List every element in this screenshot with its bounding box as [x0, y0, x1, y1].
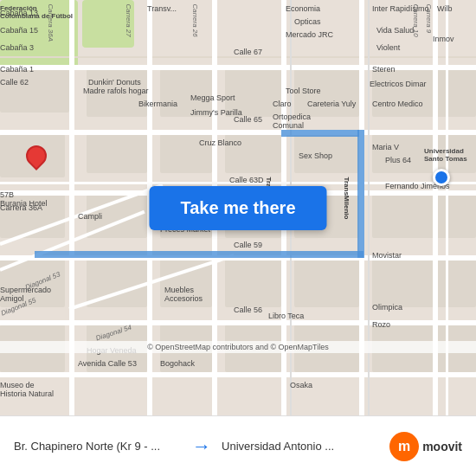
- block-23: [294, 260, 359, 307]
- label-cabana13: Cabaña 13: [0, 9, 38, 17]
- moovit-icon: m: [389, 432, 419, 461]
- label-calle67: Calle 67: [234, 48, 262, 56]
- label-movistar: Movistar: [372, 251, 402, 260]
- label-opticas: Opticas: [294, 17, 321, 26]
- label-tool-store: Tool Store: [286, 87, 321, 95]
- label-economia: Economia: [286, 4, 320, 13]
- moovit-letter: m: [398, 439, 410, 454]
- label-megga: Megga Sport: [190, 93, 235, 102]
- label-cabana3: Cabaña 3: [0, 43, 34, 52]
- map-container: Calle 67 Calle 65 Calle 63D Calle 63C Ca…: [0, 0, 476, 415]
- label-dunkin: Dunkin' Donuts: [88, 78, 141, 87]
- block-6: [372, 69, 476, 117]
- label-carrera27: Carrera 27: [125, 4, 132, 37]
- label-ortopedica: OrtopedicaComunal: [273, 113, 311, 130]
- route-segment-3: [35, 251, 363, 258]
- label-inter-rap: Inter Rapidísimo: [372, 4, 429, 13]
- label-bogohack: Bogohack: [160, 359, 195, 368]
- label-olimpica: Olimpica: [372, 303, 402, 312]
- block-1: [0, 69, 69, 113]
- label-campli: Campli: [78, 212, 102, 221]
- label-inmov: Inmov: [433, 35, 454, 43]
- label-centro-medico: Centro Medico: [372, 100, 423, 108]
- label-calle62: Calle 62: [0, 78, 29, 87]
- road-v-carrera28: [69, 0, 74, 415]
- label-vida-salud: Vida Salud: [376, 26, 414, 35]
- road-v-carrera9: [446, 0, 448, 415]
- label-violent: Violent: [376, 43, 400, 52]
- destination-location: Universidad Antonio ...: [222, 440, 389, 453]
- label-jimmys: Jimmy's Parilla: [190, 108, 242, 117]
- label-steren: Steren: [372, 65, 396, 74]
- origin-location: Br. Chapinero Norte (Kr 9 - ...: [14, 440, 182, 453]
- label-claro: Claro: [273, 100, 292, 108]
- label-bikermania: Bikermania: [138, 100, 177, 108]
- label-carrera36a: Carrera 36A: [47, 4, 55, 42]
- label-libro-teca: Libro Teca: [268, 312, 304, 320]
- label-cabana1: Cabaña 1: [0, 65, 34, 74]
- moovit-logo: m moovit: [389, 432, 462, 461]
- destination-text: Universidad Antonio ...: [222, 440, 389, 453]
- origin-text: Br. Chapinero Norte (Kr 9 - ...: [14, 440, 182, 453]
- label-maria-v: Maria V: [372, 143, 399, 151]
- label-osaka: Osaka: [290, 381, 312, 389]
- label-calle63d: Calle 63D: [229, 176, 264, 184]
- road-v-carrera10: [433, 0, 438, 415]
- take-me-there-button[interactable]: Take me there: [149, 186, 326, 230]
- label-wilb: Wilb: [437, 4, 453, 13]
- label-carrera36a-side: Carrera 36A: [0, 203, 42, 212]
- label-mercado: Mercado JRC: [286, 30, 333, 39]
- map-attribution: © OpenStreetMap contributors and © OpenM…: [0, 341, 476, 353]
- label-transv27: Transv...: [147, 4, 177, 13]
- route-segment-1: [281, 130, 359, 137]
- block-24: [372, 260, 476, 307]
- moovit-brand-name: moovit: [422, 440, 462, 453]
- label-sex-shop: Sex Shop: [299, 151, 332, 160]
- label-carreteria: Careteria Yuly: [307, 100, 356, 108]
- label-electricos: Electricos Dimar: [370, 80, 427, 88]
- label-museo: Museo deHistoria Natural: [0, 381, 54, 398]
- bottom-bar: Br. Chapinero Norte (Kr 9 - ... → Univer…: [0, 415, 476, 476]
- label-calle56: Calle 56: [234, 306, 262, 314]
- road-v-tm-east2: [368, 0, 370, 415]
- label-carrera26: Carrera 26: [191, 4, 199, 37]
- label-calle53: Avenida Calle 53: [78, 359, 137, 368]
- block-22: [225, 260, 281, 307]
- label-rozo: Rozo: [372, 320, 390, 329]
- block-8: [87, 134, 147, 173]
- label-cabana15: Cabaña 15: [0, 26, 38, 35]
- direction-arrow: →: [182, 435, 222, 458]
- label-calle59: Calle 59: [234, 241, 262, 249]
- label-univ-santo: UniversidadSanto Tomas: [424, 147, 467, 163]
- label-muebles: MueblesAccesorios: [164, 286, 203, 303]
- label-57b: 57B: [0, 190, 14, 199]
- label-plus64: Plus 64: [385, 156, 411, 164]
- label-cruz-blanco: Cruz Blanco: [199, 138, 241, 147]
- destination-marker: [433, 169, 450, 186]
- label-madre: Madre rafols hogar: [83, 87, 149, 95]
- label-transmilenio-e: TransMilenio: [343, 177, 351, 220]
- block-18: [372, 195, 476, 238]
- route-segment-2: [357, 130, 364, 258]
